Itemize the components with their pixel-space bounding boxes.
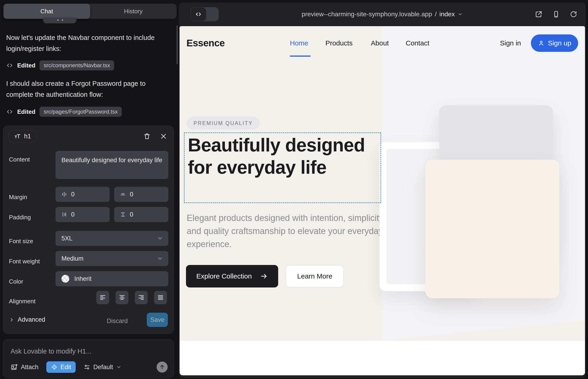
edit-mode-button[interactable]: Edit: [46, 361, 76, 373]
signin-button[interactable]: Sign in: [500, 39, 521, 47]
padding-label: Padding: [9, 214, 31, 221]
hero-description: Elegant products designed with intention…: [187, 211, 393, 251]
margin-horizontal-icon: [61, 191, 67, 198]
prompt-toolbar: Attach Edit Default: [11, 361, 168, 373]
open-external-icon[interactable]: [535, 10, 542, 18]
color-label: Color: [9, 278, 23, 285]
hero-diagonal-divider: [382, 320, 585, 341]
browser-actions: [535, 2, 577, 26]
tab-chat[interactable]: Chat: [3, 4, 90, 19]
site-navbar: Essence Home Products About Contact Sign…: [180, 26, 585, 60]
tab-history[interactable]: History: [90, 4, 177, 19]
explore-collection-button[interactable]: Explore Collection: [186, 265, 278, 287]
chat-sidebar: Chat History Now let's update the Navbar…: [0, 0, 178, 379]
margin-vertical-value: 0: [130, 191, 133, 198]
color-value: Inherit: [74, 275, 92, 283]
type-icon: [14, 133, 21, 140]
chevron-down-icon: [458, 12, 463, 17]
url-bar[interactable]: preview--charming-site-symphony.lovable.…: [179, 2, 586, 26]
send-button[interactable]: [157, 362, 168, 373]
edit-label: Edit: [61, 364, 71, 371]
nav-link-products[interactable]: Products: [325, 39, 353, 47]
close-panel-button[interactable]: [159, 132, 168, 141]
padding-horizontal-value: 0: [71, 211, 75, 218]
target-icon: [51, 364, 58, 371]
edited-file-badge[interactable]: src/components/Navbar.tsx: [39, 60, 114, 70]
discard-button[interactable]: Discard: [107, 317, 128, 325]
advanced-label: Advanced: [18, 316, 45, 323]
font-weight-select[interactable]: Medium: [56, 251, 168, 266]
decorative-card-cream: [425, 160, 559, 298]
hero-badge: PREMIUM QUALITY: [187, 117, 260, 130]
active-nav-underline: [290, 56, 310, 57]
element-tag-chip: h1: [8, 130, 37, 143]
align-left-button[interactable]: [96, 291, 109, 304]
sidebar-tabbar: Chat History: [3, 4, 177, 19]
attach-label: Attach: [21, 364, 39, 371]
site-logo[interactable]: Essence: [186, 38, 225, 49]
padding-horizontal-input[interactable]: 0: [56, 207, 110, 222]
edit-action-label: Edited: [17, 108, 35, 115]
padding-horizontal-icon: [61, 211, 67, 218]
chevron-down-icon: [157, 255, 163, 262]
delete-element-button[interactable]: [142, 132, 152, 141]
save-button[interactable]: Save: [147, 313, 168, 327]
attach-button[interactable]: Attach: [11, 363, 39, 371]
sliders-icon: [83, 364, 90, 371]
code-icon: [6, 108, 13, 115]
padding-vertical-value: 0: [130, 211, 133, 218]
scrolled-badge-remnant: [43, 17, 76, 23]
alignment-label: Alignment: [9, 298, 35, 305]
align-center-button[interactable]: [116, 291, 128, 304]
align-justify-button[interactable]: [154, 291, 167, 304]
chevron-down-icon: [116, 364, 122, 370]
chat-scrollbar[interactable]: [177, 25, 178, 64]
preview-browser-frame: preview--charming-site-symphony.lovable.…: [179, 2, 586, 378]
hero-section: PREMIUM QUALITY Beautifully designed for…: [180, 60, 585, 341]
section-below-hero: [180, 341, 585, 375]
mobile-view-icon[interactable]: [552, 10, 560, 18]
learn-more-button[interactable]: Learn More: [286, 265, 344, 287]
padding-vertical-icon: [120, 211, 126, 218]
edited-file-badge[interactable]: src/pages/ForgotPassword.tsx: [39, 107, 122, 117]
signup-button[interactable]: Sign up: [531, 34, 578, 52]
default-mode-select[interactable]: Default: [83, 364, 122, 371]
code-icon: [6, 62, 13, 69]
element-editor-panel: h1 Content Beautifully designed for ever…: [3, 126, 174, 334]
font-weight-value: Medium: [62, 255, 83, 262]
nav-link-contact[interactable]: Contact: [406, 39, 429, 47]
padding-vertical-input[interactable]: 0: [114, 207, 168, 222]
refresh-icon[interactable]: [570, 10, 577, 18]
selected-element-outline[interactable]: Beautifully designed for everyday life: [184, 132, 381, 203]
nav-link-home[interactable]: Home: [290, 39, 308, 47]
advanced-toggle[interactable]: Advanced: [9, 316, 45, 323]
hero-heading[interactable]: Beautifully designed for everyday life: [188, 134, 380, 178]
font-size-select[interactable]: 5XL: [56, 231, 168, 246]
nav-link-about[interactable]: About: [371, 39, 389, 47]
chat-message: Now let's update the Navbar component to…: [6, 32, 170, 54]
prompt-input[interactable]: Ask Lovable to modify H1...: [11, 347, 92, 355]
content-field[interactable]: Beautifully designed for everyday life: [56, 151, 168, 179]
signup-label: Sign up: [548, 39, 571, 47]
url-separator: /: [435, 11, 437, 18]
url-path: index: [439, 11, 455, 18]
margin-vertical-input[interactable]: 0: [114, 187, 168, 202]
site-viewport: Essence Home Products About Contact Sign…: [180, 26, 585, 375]
chat-message: I should also create a Forgot Password p…: [6, 78, 170, 100]
arrow-right-icon: [260, 272, 268, 280]
content-label: Content: [9, 156, 30, 163]
color-select[interactable]: Inherit: [56, 271, 168, 286]
margin-vertical-icon: [120, 191, 126, 198]
chevron-right-icon: [9, 317, 15, 323]
font-size-value: 5XL: [62, 235, 73, 242]
user-icon: [538, 40, 545, 47]
default-label: Default: [93, 364, 113, 371]
font-weight-label: Font weight: [9, 258, 40, 265]
align-right-button[interactable]: [135, 291, 148, 304]
url-text: preview--charming-site-symphony.lovable.…: [302, 11, 432, 18]
color-swatch: [62, 275, 69, 283]
margin-horizontal-input[interactable]: 0: [56, 187, 110, 202]
margin-horizontal-value: 0: [71, 191, 75, 198]
file-edit-row: Edited src/pages/ForgotPassword.tsx: [6, 107, 122, 117]
chevron-down-icon: [157, 235, 163, 242]
